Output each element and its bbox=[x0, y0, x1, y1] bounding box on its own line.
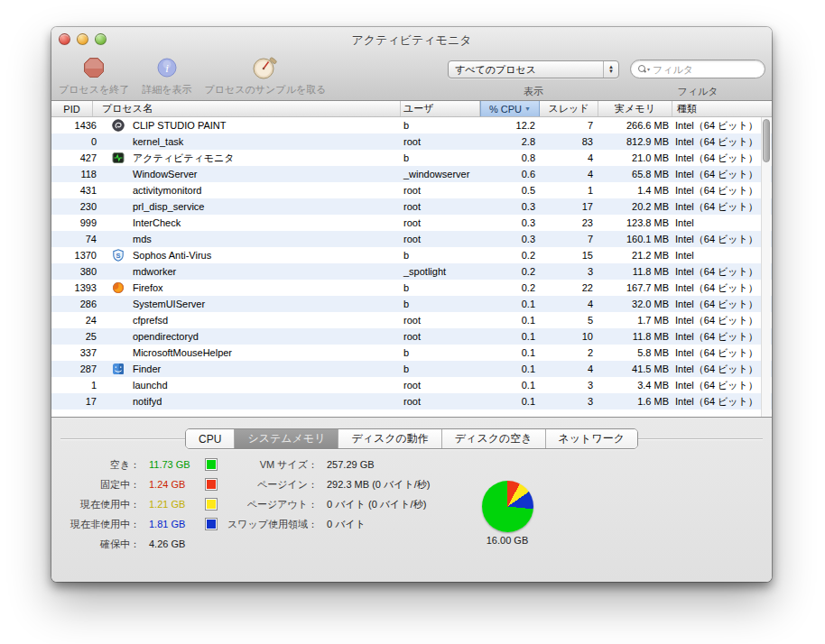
cell-user: b bbox=[401, 363, 480, 374]
table-row[interactable]: 1436 CLIP STUDIO PAINT b 12.2 7 266.6 MB… bbox=[51, 117, 772, 133]
cell-user: b bbox=[401, 282, 480, 293]
table-row[interactable]: 999 InterCheck root 0.3 23 123.8 MB Inte… bbox=[51, 215, 772, 231]
quit-process-label: プロセスを終了 bbox=[59, 83, 129, 97]
tab-disk-usage[interactable]: ディスクの空き bbox=[441, 429, 545, 448]
tab-cpu[interactable]: CPU bbox=[186, 429, 234, 448]
table-row[interactable]: 427 アクティビティモニタ b 0.8 4 21.0 MB Intel（64 … bbox=[51, 150, 772, 166]
cell-threads: 7 bbox=[539, 234, 598, 244]
cell-cpu: 0.1 bbox=[480, 363, 539, 374]
cell-kind: Intel bbox=[672, 250, 772, 261]
cell-user: root bbox=[401, 201, 480, 212]
stat-label: 現在使用中： bbox=[60, 498, 140, 511]
table-row[interactable]: 380 mdworker _spotlight 0.2 3 11.8 MB In… bbox=[51, 263, 772, 280]
inspect-label: 詳細を表示 bbox=[142, 83, 191, 97]
cell-pid: 427 bbox=[51, 152, 101, 163]
stat-label: ページイン： bbox=[187, 478, 318, 492]
stat-value: 292.3 MB (0 バイト/秒) bbox=[327, 478, 430, 492]
cell-name: notifyd bbox=[101, 395, 401, 409]
cell-memory: 20.2 MB bbox=[598, 201, 672, 212]
stat-value: 1.24 GB bbox=[149, 479, 185, 490]
column-header-pid[interactable]: PID bbox=[51, 101, 93, 116]
table-row[interactable]: 230 prl_disp_service root 0.3 17 20.2 MB… bbox=[51, 198, 772, 215]
stat-label: VM サイズ： bbox=[187, 458, 318, 472]
stopwatch-icon bbox=[252, 53, 279, 82]
popup-stepper-icon: ▲▼ bbox=[603, 61, 618, 78]
stat-row: VM サイズ：257.29 GB bbox=[187, 455, 430, 474]
cell-pid: 999 bbox=[51, 217, 101, 228]
table-row[interactable]: 1393 Firefox b 0.2 22 167.7 MB Intel（64 … bbox=[51, 280, 772, 296]
column-header-cpu[interactable]: % CPU▼ bbox=[480, 101, 540, 116]
tab-network[interactable]: ネットワーク bbox=[545, 429, 637, 448]
filter-input[interactable] bbox=[653, 64, 757, 75]
table-row[interactable]: 74 mds root 0.3 7 160.1 MB Intel（64 ビット） bbox=[51, 231, 772, 247]
memory-stats-left: 空き：11.73 GB固定中：1.24 GB現在使用中：1.21 GB現在非使用… bbox=[60, 455, 190, 554]
tab-disk-activity[interactable]: ディスクの動作 bbox=[338, 429, 440, 448]
cell-name: kernel_task bbox=[101, 135, 401, 149]
table-row[interactable]: 337 MicrosoftMouseHelper b 0.1 2 5.8 MB … bbox=[51, 345, 772, 361]
stat-value: 0 バイト bbox=[327, 518, 366, 531]
inspect-button[interactable]: i 詳細を表示 bbox=[142, 53, 191, 97]
table-row[interactable]: 1 launchd root 0.1 3 3.4 MB Intel（64 ビット… bbox=[51, 377, 772, 393]
cell-cpu: 0.3 bbox=[480, 201, 539, 212]
table-row[interactable]: 1370 SSophos Anti-Virus b 0.2 15 21.2 MB… bbox=[51, 247, 772, 263]
cell-cpu: 0.1 bbox=[480, 331, 539, 342]
cell-name: アクティビティモニタ bbox=[101, 152, 401, 165]
cell-cpu: 0.1 bbox=[480, 347, 539, 358]
cell-cpu: 0.3 bbox=[480, 217, 539, 228]
cell-kind: Intel（64 ビット） bbox=[672, 135, 772, 149]
cell-memory: 3.4 MB bbox=[598, 380, 672, 391]
cell-memory: 21.2 MB bbox=[598, 250, 672, 261]
cell-name: CLIP STUDIO PAINT bbox=[101, 119, 401, 133]
column-header-threads[interactable]: スレッド bbox=[540, 101, 598, 116]
cell-kind: Intel（64 ビット） bbox=[672, 330, 772, 344]
cell-memory: 11.8 MB bbox=[598, 331, 672, 342]
cell-pid: 337 bbox=[51, 347, 101, 358]
table-row[interactable]: 431 activitymonitord root 0.5 1 1.4 MB I… bbox=[51, 182, 772, 198]
column-header-user[interactable]: ユーザ bbox=[401, 101, 480, 116]
table-row[interactable]: 286 SystemUIServer b 0.1 4 32.0 MB Intel… bbox=[51, 296, 772, 312]
table-row[interactable]: 25 opendirectoryd root 0.1 10 11.8 MB In… bbox=[51, 328, 772, 345]
cell-threads: 83 bbox=[539, 136, 598, 147]
cell-threads: 3 bbox=[539, 266, 598, 277]
table-row[interactable]: 118 WindowServer _windowserver 0.6 4 65.… bbox=[51, 166, 772, 182]
cell-user: root bbox=[401, 217, 480, 228]
column-header-kind[interactable]: 種類 bbox=[672, 101, 772, 116]
scrollbar-track[interactable] bbox=[761, 117, 771, 417]
quit-process-button[interactable]: プロセスを終了 bbox=[59, 53, 129, 97]
cell-pid: 0 bbox=[51, 136, 101, 147]
cell-threads: 2 bbox=[539, 347, 598, 358]
tab-bar: CPU システムメモリ ディスクの動作 ディスクの空き ネットワーク bbox=[51, 428, 772, 449]
stat-row: 固定中：1.24 GB bbox=[60, 474, 190, 494]
window-header: アクティビティモニタ プロセスを終了 bbox=[51, 27, 772, 101]
sample-process-button[interactable]: プロセスのサンプルを取る bbox=[205, 53, 327, 97]
cell-cpu: 0.1 bbox=[480, 380, 539, 391]
filter-search-field[interactable]: ▾ bbox=[630, 60, 765, 78]
cell-pid: 1436 bbox=[51, 120, 101, 131]
column-header-memory[interactable]: 実メモリ bbox=[598, 101, 672, 116]
cell-name: SSophos Anti-Virus bbox=[101, 249, 401, 262]
scrollbar-thumb[interactable] bbox=[763, 119, 770, 162]
table-row[interactable]: 0 kernel_task root 2.8 83 812.9 MB Intel… bbox=[51, 133, 772, 150]
app-icon bbox=[111, 216, 125, 230]
stat-label: スワップ使用領域： bbox=[187, 518, 318, 531]
search-icon bbox=[638, 65, 646, 73]
view-popup[interactable]: すべてのプロセス ▲▼ bbox=[448, 60, 619, 78]
cell-pid: 118 bbox=[51, 169, 101, 179]
sample-process-label: プロセスのサンプルを取る bbox=[205, 83, 327, 97]
cell-user: root bbox=[401, 331, 480, 342]
cell-memory: 21.0 MB bbox=[598, 152, 672, 163]
cell-user: _spotlight bbox=[401, 266, 480, 277]
tab-system-memory[interactable]: システムメモリ bbox=[234, 429, 338, 448]
column-header-name[interactable]: プロセス名 bbox=[93, 101, 401, 116]
table-row[interactable]: 287 Finder b 0.1 4 41.5 MB Intel（64 ビット） bbox=[51, 361, 772, 377]
cell-cpu: 0.2 bbox=[480, 250, 539, 261]
table-row[interactable]: 24 cfprefsd root 0.1 5 1.7 MB Intel（64 ビ… bbox=[51, 312, 772, 328]
activity-monitor-icon bbox=[111, 152, 125, 165]
cell-threads: 1 bbox=[539, 185, 598, 196]
cell-kind: Intel（64 ビット） bbox=[672, 298, 772, 311]
cell-pid: 287 bbox=[51, 363, 101, 374]
cell-kind: Intel（64 ビット） bbox=[672, 314, 772, 327]
stat-value: 257.29 GB bbox=[327, 459, 375, 470]
table-row[interactable]: 17 notifyd root 0.1 3 1.6 MB Intel（64 ビッ… bbox=[51, 393, 772, 409]
app-icon bbox=[111, 379, 125, 392]
